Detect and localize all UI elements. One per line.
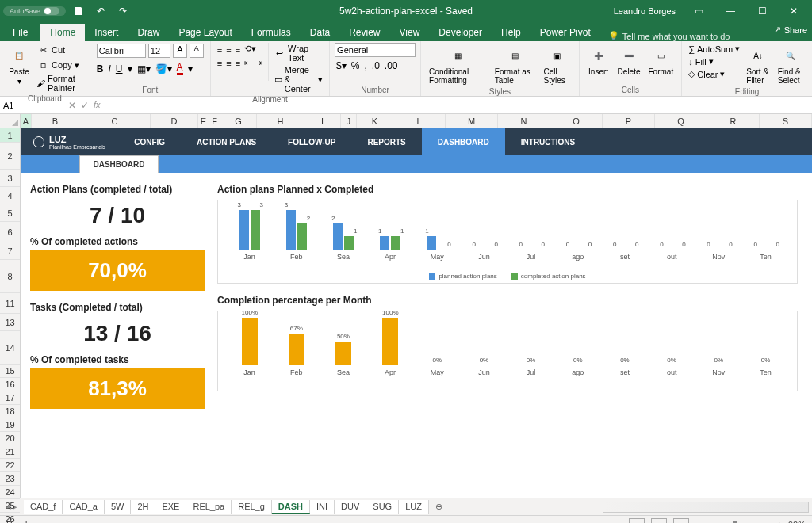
cell-styles-button[interactable]: ▣Cell Styles	[540, 43, 573, 86]
row-6[interactable]: 6	[0, 222, 20, 242]
col-G[interactable]: G	[220, 114, 257, 128]
maximize-icon[interactable]: ☐	[747, 0, 777, 22]
autosum-button[interactable]: ∑ AutoSum ▾	[687, 43, 741, 55]
col-S[interactable]: S	[760, 114, 812, 128]
format-cells-button[interactable]: ▭Format	[645, 43, 677, 78]
enter-formula-icon[interactable]: ✓	[81, 100, 89, 111]
sheet-tab-EXE[interactable]: EXE	[155, 500, 186, 514]
format-painter-button[interactable]: 🖌Format Painter	[35, 73, 85, 94]
row-1[interactable]: 1	[0, 128, 20, 143]
row-22[interactable]: 22	[0, 459, 20, 472]
sheet-tab-INI[interactable]: INI	[310, 500, 335, 514]
zoom-out-button[interactable]: −	[695, 520, 700, 524]
undo-icon[interactable]: ↶	[91, 2, 110, 21]
zoom-in-button[interactable]: +	[777, 520, 782, 524]
cut-button[interactable]: ✂Cut	[35, 43, 85, 57]
conditional-formatting-button[interactable]: ▦Conditional Formatting	[426, 43, 490, 86]
sheet-tab-CAD_a[interactable]: CAD_a	[63, 500, 104, 514]
align-center-button[interactable]: ≡	[226, 59, 231, 68]
sheet-tab-DUV[interactable]: DUV	[335, 500, 366, 514]
indent-right-button[interactable]: ⇥	[255, 58, 262, 68]
sort-filter-button[interactable]: A↓Sort & Filter	[743, 43, 772, 86]
fx-icon[interactable]: fx	[94, 100, 101, 111]
tab-help[interactable]: Help	[492, 24, 530, 41]
col-O[interactable]: O	[550, 114, 603, 128]
add-sheet-button[interactable]: ⊕	[429, 502, 449, 512]
align-right-button[interactable]: ≡	[236, 59, 240, 68]
wrap-text-button[interactable]: ↩Wrap Text	[273, 43, 324, 63]
row-2[interactable]: 2	[0, 143, 20, 170]
col-B[interactable]: B	[32, 114, 79, 128]
border-button[interactable]: ▦▾	[137, 63, 151, 74]
indent-left-button[interactable]: ⇤	[244, 58, 251, 68]
close-icon[interactable]: ✕	[779, 0, 809, 22]
sheet-tab-2H[interactable]: 2H	[131, 500, 155, 514]
paste-button[interactable]: 📋 Paste▾	[5, 43, 33, 87]
row-17[interactable]: 17	[0, 391, 20, 405]
increase-decimal-button[interactable]: .0	[372, 60, 380, 71]
col-F[interactable]: F	[209, 114, 220, 128]
row-14[interactable]: 14	[0, 331, 20, 365]
col-D[interactable]: D	[151, 114, 198, 128]
align-top-button[interactable]: ≡	[217, 44, 222, 54]
align-left-button[interactable]: ≡	[217, 59, 222, 68]
sheet-tab-SUG[interactable]: SUG	[366, 500, 399, 514]
page-layout-view-button[interactable]	[651, 518, 667, 524]
sheet-tab-5W[interactable]: 5W	[105, 500, 132, 514]
zoom-value[interactable]: 90%	[788, 520, 806, 524]
row-13[interactable]: 13	[0, 314, 20, 331]
page-break-view-button[interactable]	[673, 518, 689, 524]
fill-color-button[interactable]: 🪣▾	[155, 63, 172, 74]
col-H[interactable]: H	[257, 114, 304, 128]
font-name-select[interactable]	[97, 44, 146, 58]
cancel-formula-icon[interactable]: ✕	[68, 100, 76, 111]
tell-me-search[interactable]: 💡 Tell me what you want to do	[608, 31, 730, 41]
col-A[interactable]: A	[21, 114, 32, 128]
tab-insert[interactable]: Insert	[85, 24, 128, 41]
sheet-tab-CAD_f[interactable]: CAD_f	[24, 500, 63, 514]
number-format-select[interactable]	[335, 43, 416, 57]
nav-follow-up[interactable]: FOLLOW-UP	[272, 128, 351, 155]
sheet-tab-LUZ[interactable]: LUZ	[399, 500, 429, 514]
save-icon[interactable]	[69, 2, 88, 21]
sheet-area[interactable]: 12345678111314151617181920212223242526 L…	[0, 128, 812, 498]
select-all-button[interactable]	[0, 114, 21, 128]
row-19[interactable]: 19	[0, 418, 20, 432]
sheet-tab-REL_g[interactable]: REL_g	[232, 500, 272, 514]
row-26[interactable]: 26	[0, 513, 20, 523]
decrease-decimal-button[interactable]: .00	[385, 60, 398, 71]
underline-button[interactable]: U	[116, 63, 123, 74]
align-middle-button[interactable]: ≡	[226, 44, 231, 54]
tab-home[interactable]: Home	[40, 24, 85, 41]
find-select-button[interactable]: 🔍Find & Select	[775, 43, 807, 86]
increase-font-button[interactable]: A	[173, 44, 187, 58]
decrease-font-button[interactable]: A	[190, 44, 204, 58]
row-24[interactable]: 24	[0, 486, 20, 499]
row-4[interactable]: 4	[0, 187, 20, 204]
row-23[interactable]: 23	[0, 472, 20, 486]
tab-review[interactable]: Review	[339, 24, 389, 41]
col-E[interactable]: E	[198, 114, 209, 128]
col-K[interactable]: K	[357, 114, 393, 128]
row-18[interactable]: 18	[0, 405, 20, 418]
col-I[interactable]: I	[304, 114, 341, 128]
row-20[interactable]: 20	[0, 432, 20, 445]
nav-intructions[interactable]: INTRUCTIONS	[505, 128, 591, 155]
sheet-tab-REL_pa[interactable]: REL_pa	[186, 500, 232, 514]
row-25[interactable]: 25	[0, 499, 20, 513]
col-R[interactable]: R	[707, 114, 760, 128]
grid-content[interactable]: LUZPlanilhas Empresariais CONFIGACTION P…	[21, 128, 812, 498]
row-7[interactable]: 7	[0, 242, 20, 260]
col-P[interactable]: P	[603, 114, 655, 128]
font-color-button[interactable]: A	[177, 62, 183, 75]
orientation-button[interactable]: ⟲▾	[244, 44, 256, 54]
autosave-toggle[interactable]: AutoSave	[3, 6, 66, 16]
row-8[interactable]: 8	[0, 260, 20, 293]
dashboard-tab[interactable]: DASHBOARD	[79, 155, 159, 173]
tab-draw[interactable]: Draw	[128, 24, 169, 41]
formula-input[interactable]	[105, 104, 812, 107]
col-N[interactable]: N	[498, 114, 550, 128]
nav-dashboard[interactable]: DASHBOARD	[422, 128, 505, 155]
comma-button[interactable]: ,	[364, 60, 366, 71]
col-Q[interactable]: Q	[655, 114, 707, 128]
